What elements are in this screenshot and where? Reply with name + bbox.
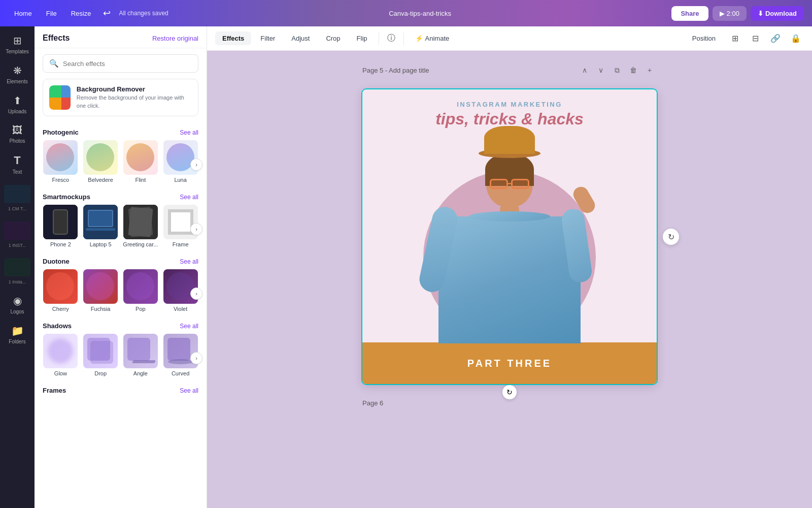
preview-thumb-1 — [4, 185, 30, 203]
sidebar-item-preview3[interactable]: 1 Insta... — [2, 254, 32, 289]
sidebar-label-text: Text — [13, 169, 22, 175]
search-effects-input[interactable] — [63, 60, 192, 68]
sidebar-item-text[interactable]: T Text — [2, 150, 32, 179]
lock-icon: 🔒 — [791, 34, 801, 43]
effect-phone2[interactable]: Phone 2 — [43, 205, 79, 247]
page5-duplicate-btn[interactable]: ⧉ — [610, 63, 624, 77]
effect-pop[interactable]: Pop — [123, 269, 159, 312]
drop-thumb — [83, 334, 118, 368]
sidebar-item-elements[interactable]: ❋ Elements — [2, 60, 32, 88]
autosave-status: All changes saved — [119, 10, 168, 17]
rotate-bottom-handle[interactable]: ↻ — [502, 385, 517, 399]
duotone-title: Duotone — [43, 258, 70, 265]
page5-down-btn[interactable]: ∨ — [594, 63, 608, 77]
duotone-section-header: Duotone See all — [35, 253, 207, 269]
smartmockups-section-header: Smartmockups See all — [35, 189, 207, 205]
tab-filter[interactable]: Filter — [253, 31, 282, 45]
effect-greeting-card[interactable]: Greeting car... — [123, 205, 159, 247]
glow-thumb — [43, 334, 78, 368]
shadows-title: Shadows — [43, 322, 72, 330]
cherry-thumb — [43, 269, 78, 304]
restore-original-button[interactable]: Restore original — [152, 35, 198, 42]
sidebar-item-templates[interactable]: ⊞ Templates — [2, 30, 32, 58]
tab-effects[interactable]: Effects — [215, 31, 251, 45]
play-button[interactable]: ▶ 2:00 — [713, 6, 747, 21]
belvedere-label: Belvedere — [88, 177, 113, 183]
shadows-next[interactable]: › — [190, 352, 202, 364]
info-button[interactable]: ⓘ — [383, 30, 399, 47]
effect-fuchsia[interactable]: Fuchsia — [83, 269, 119, 312]
canvas-background: INSTAGRAM MARKETING tips, tricks & hacks — [362, 89, 657, 384]
effect-cherry[interactable]: Cherry — [43, 269, 79, 312]
search-icon: 🔍 — [49, 59, 59, 68]
lock-icon-btn[interactable]: 🔒 — [788, 30, 804, 47]
download-icon: ⬇ — [758, 10, 763, 17]
content-area: Effects Filter Adjust Crop Flip ⓘ ⚡ Anim… — [207, 26, 812, 508]
page5-delete-btn[interactable]: 🗑 — [626, 63, 640, 77]
page5-up-btn[interactable]: ∧ — [578, 63, 592, 77]
page5-add-btn[interactable]: + — [642, 63, 657, 77]
info-icon: ⓘ — [387, 33, 395, 44]
file-menu-button[interactable]: File — [40, 7, 63, 20]
duotone-next[interactable]: › — [190, 288, 202, 300]
resize-button[interactable]: Resize — [65, 7, 97, 20]
sidebar-label-uploads: Uploads — [8, 109, 27, 114]
photogenic-section-header: Photogenic See all — [35, 124, 207, 140]
canvas-card-page5[interactable]: ↻ INSTAGRAM MARKETING tips, tricks & hac… — [362, 89, 657, 384]
shadows-see-all[interactable]: See all — [180, 323, 198, 330]
tab-adjust[interactable]: Adjust — [284, 31, 317, 45]
shadows-grid: Glow Drop Angle — [35, 334, 207, 383]
background-remover-card[interactable]: Background Remover Remove the background… — [43, 79, 198, 116]
effect-drop[interactable]: Drop — [83, 334, 119, 376]
drop-label: Drop — [94, 370, 107, 376]
duotone-grid: Cherry Fuchsia Pop Violet › — [35, 269, 207, 318]
background-remover-text: Background Remover Remove the background… — [77, 85, 192, 110]
sidebar-item-uploads[interactable]: ⬆ Uploads — [2, 90, 32, 118]
refresh-button[interactable]: ↻ — [663, 229, 679, 245]
effect-belvedere[interactable]: Belvedere — [83, 140, 119, 183]
effect-laptop5[interactable]: Laptop 5 — [83, 205, 119, 247]
sidebar-label-logos: Logos — [10, 309, 24, 314]
angle-thumb — [123, 334, 158, 368]
photogenic-next[interactable]: › — [190, 158, 202, 171]
link-icon-btn[interactable]: 🔗 — [767, 30, 784, 47]
grid-icon-btn[interactable]: ⊞ — [727, 30, 743, 47]
greeting-thumb — [123, 205, 158, 239]
page5-actions: ∧ ∨ ⧉ 🗑 + — [578, 63, 657, 77]
animate-icon: ⚡ — [415, 35, 423, 42]
search-effects-box[interactable]: 🔍 — [43, 54, 198, 73]
pattern-icon-btn[interactable]: ⊟ — [747, 30, 763, 47]
sidebar-item-logos[interactable]: ◉ Logos — [2, 291, 32, 319]
download-button[interactable]: ⬇ Download — [751, 6, 804, 21]
sidebar-item-preview1[interactable]: 1 CM T... — [2, 181, 32, 215]
tab-flip[interactable]: Flip — [350, 31, 375, 45]
tab-crop[interactable]: Crop — [319, 31, 347, 45]
bg-remover-title: Background Remover — [77, 85, 192, 93]
elements-icon: ❋ — [13, 65, 22, 77]
laptop5-thumb — [83, 205, 118, 239]
pattern-icon: ⊟ — [752, 34, 759, 43]
preview-thumb-3 — [4, 258, 30, 276]
person-figure — [438, 155, 581, 343]
effect-glow[interactable]: Glow — [43, 334, 79, 376]
undo-button[interactable]: ↩ — [99, 6, 115, 21]
photos-icon: 🖼 — [12, 124, 22, 136]
smartmockups-see-all[interactable]: See all — [180, 194, 198, 201]
topbar: Home File Resize ↩ All changes saved Can… — [0, 0, 812, 26]
phone2-thumb — [43, 205, 78, 239]
duotone-see-all[interactable]: See all — [180, 258, 198, 265]
sidebar-item-folders[interactable]: 📁 Folders — [2, 321, 32, 348]
frames-see-all[interactable]: See all — [180, 387, 198, 394]
effect-angle[interactable]: Angle — [123, 334, 159, 376]
effect-flint[interactable]: Flint — [123, 140, 159, 183]
sidebar-item-preview2[interactable]: 1 INST... — [2, 217, 32, 252]
fresco-thumb — [43, 140, 78, 175]
home-button[interactable]: Home — [8, 7, 38, 20]
smartmockups-next[interactable]: › — [190, 223, 202, 235]
share-button[interactable]: Share — [671, 6, 708, 21]
position-button[interactable]: Position — [685, 31, 723, 45]
photogenic-see-all[interactable]: See all — [180, 129, 198, 136]
animate-button[interactable]: ⚡ Animate — [408, 31, 457, 45]
effect-fresco[interactable]: Fresco — [43, 140, 79, 183]
sidebar-item-photos[interactable]: 🖼 Photos — [2, 120, 32, 148]
